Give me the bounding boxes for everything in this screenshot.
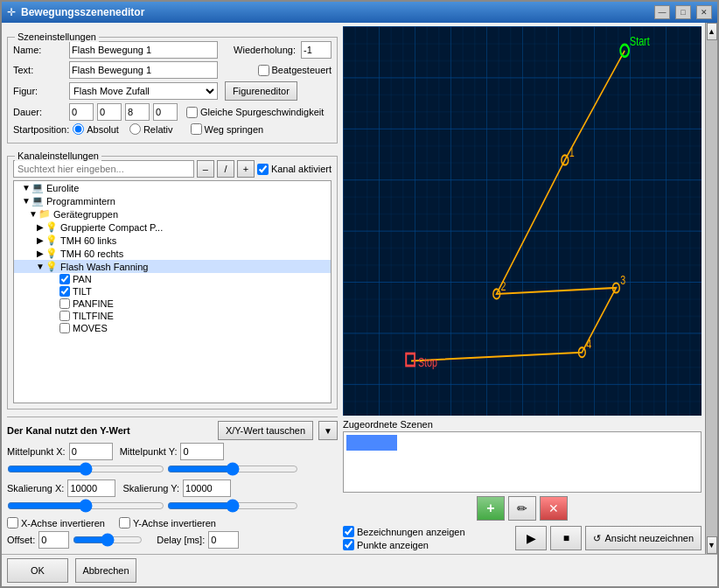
invert-y-label[interactable]: Y-Achse invertieren (119, 517, 216, 528)
remove-button[interactable]: – (197, 160, 214, 178)
channel-active-label[interactable]: Kanal aktiviert (257, 164, 332, 175)
text-input[interactable] (69, 61, 218, 79)
scale-x-input[interactable] (67, 480, 115, 497)
ok-cancel-group: OK Abbrechen (7, 558, 136, 583)
offset-slider[interactable] (73, 533, 143, 547)
center-x-slider[interactable] (7, 462, 164, 476)
dropdown-button[interactable]: ▼ (318, 421, 338, 440)
text-label: Text: (13, 65, 66, 75)
center-y-slider[interactable] (167, 462, 298, 476)
expand-gerategruppen[interactable]: ▼ (28, 209, 38, 219)
invert-y-text: Y-Achse invertieren (133, 518, 216, 528)
skip-path-label[interactable]: Weg springen (191, 123, 264, 135)
motion-canvas: Start 1 2 3 (343, 26, 702, 416)
channel-settings-group: Kanaleinstellungen – / + Kanal aktiviert (7, 156, 338, 410)
delete-scene-button[interactable]: ✕ (540, 496, 568, 521)
close-button[interactable]: ✕ (696, 5, 712, 19)
scenes-list[interactable] (343, 431, 702, 493)
expand-eurolite[interactable]: ▼ (21, 183, 31, 192)
delay-row: Delay [ms]: (157, 531, 239, 549)
repeat-input[interactable] (301, 41, 332, 59)
beat-controlled-label[interactable]: Beatgesteuert (258, 65, 332, 76)
cancel-button[interactable]: Abbrechen (75, 558, 136, 583)
equal-speed-label[interactable]: Gleiche Spurgeschwindigkeit (186, 107, 324, 118)
show-labels-label[interactable]: Bezeichnungen anzeigen (343, 526, 465, 537)
channel-active-checkbox[interactable] (257, 164, 269, 175)
tree-item-tmh60-rechts[interactable]: ▶ 💡 TMH 60 rechts (14, 247, 331, 260)
name-input[interactable] (69, 41, 218, 59)
figure-editor-button[interactable]: Figureneditor (225, 81, 297, 101)
add-button[interactable]: + (237, 160, 255, 178)
tiltfine-checkbox[interactable] (59, 311, 70, 321)
absolute-radio[interactable] (73, 123, 84, 135)
tree-item-pan[interactable]: PAN (14, 273, 331, 285)
maximize-button[interactable]: □ (675, 5, 691, 19)
delay-input[interactable] (208, 531, 239, 549)
moves-checkbox[interactable] (59, 323, 70, 333)
center-x-input[interactable] (69, 443, 113, 460)
device-tree[interactable]: ▼ 💻 Eurolite ▼ 💻 Programmintern ▼ (13, 180, 332, 403)
scroll-down-button[interactable]: ▼ (707, 536, 717, 554)
absolute-text: Absolut (87, 124, 119, 135)
title-icon: ✛ (7, 6, 16, 18)
duration-3[interactable] (153, 103, 178, 121)
add-scene-button[interactable]: + (477, 496, 505, 521)
expand-tmh60-rechts[interactable]: ▶ (35, 248, 45, 258)
expand-programmintern[interactable]: ▼ (21, 196, 31, 206)
relative-radio-label[interactable]: Relativ (129, 123, 173, 135)
center-y-label: Mittelpunkt Y: (120, 446, 178, 457)
expand-tmh60-links[interactable]: ▶ (35, 235, 45, 245)
tree-item-tiltfine[interactable]: TILTFINE (14, 310, 331, 322)
minimize-button[interactable]: — (654, 5, 670, 19)
tree-item-programmintern[interactable]: ▼ 💻 Programmintern (14, 194, 331, 207)
text-row: Text: Beatgesteuert (13, 61, 332, 79)
show-points-label[interactable]: Punkte anzeigen (343, 539, 465, 550)
show-points-checkbox[interactable] (343, 539, 354, 550)
stop-button[interactable]: ■ (550, 526, 582, 550)
invert-y-checkbox[interactable] (119, 517, 130, 528)
absolute-radio-label[interactable]: Absolut (73, 123, 119, 135)
play-button[interactable]: ▶ (515, 526, 547, 550)
show-labels-checkbox[interactable] (343, 526, 354, 537)
scroll-up-button[interactable]: ▲ (707, 23, 717, 40)
invert-x-label[interactable]: X-Achse invertieren (7, 517, 105, 528)
figure-select[interactable]: Flash Move Zufall (69, 82, 218, 100)
tree-item-panfine[interactable]: PANFINE (14, 298, 331, 310)
expand-gruppierte[interactable]: ▶ (35, 222, 45, 232)
pan-checkbox[interactable] (59, 274, 70, 284)
tree-item-gerategruppen[interactable]: ▼ 📁 Gerätegruppen (14, 207, 331, 220)
tilt-checkbox[interactable] (59, 286, 70, 297)
skip-path-text: Weg springen (205, 124, 264, 135)
skip-path-checkbox[interactable] (191, 123, 202, 135)
duration-1[interactable] (97, 103, 122, 121)
duration-2[interactable] (125, 103, 150, 121)
tree-item-moves[interactable]: MOVES (14, 322, 331, 334)
refresh-button[interactable]: ↺ Ansicht neuzeichnen (585, 526, 702, 550)
ok-button[interactable]: OK (7, 558, 68, 583)
beat-checkbox[interactable] (258, 65, 269, 76)
panfine-checkbox[interactable] (59, 298, 70, 309)
center-y-input[interactable] (180, 443, 224, 460)
equal-speed-checkbox[interactable] (186, 107, 198, 118)
duration-0[interactable] (69, 103, 94, 121)
scale-y-input[interactable] (183, 480, 231, 497)
scale-y-slider[interactable] (167, 499, 298, 513)
slash-button[interactable]: / (217, 160, 234, 178)
scale-x-slider[interactable] (7, 499, 164, 513)
start-label: Start (630, 33, 650, 48)
offset-input[interactable] (38, 531, 69, 549)
relative-text: Relativ (143, 124, 173, 135)
tree-item-tilt[interactable]: TILT (14, 285, 331, 298)
xy-swap-button[interactable]: X/Y-Wert tauschen (218, 421, 313, 440)
tree-item-eurolite[interactable]: ▼ 💻 Eurolite (14, 181, 331, 194)
expand-flash-wash[interactable]: ▼ (35, 262, 45, 271)
y-value-section: Der Kanal nutzt den Y-Wert X/Y-Wert taus… (7, 416, 338, 549)
tree-item-tmh60-links[interactable]: ▶ 💡 TMH 60 links (14, 234, 331, 247)
tree-item-gruppierte[interactable]: ▶ 💡 Gruppierte Compact P... (14, 220, 331, 234)
edit-scene-button[interactable]: ✏ (508, 496, 536, 521)
canvas-svg: Start 1 2 3 (343, 26, 702, 416)
relative-radio[interactable] (129, 123, 141, 135)
invert-x-checkbox[interactable] (7, 517, 18, 528)
search-input[interactable] (13, 160, 194, 178)
tree-item-flash-wash-fanning[interactable]: ▼ 💡 Flash Wash Fanning (14, 260, 331, 273)
